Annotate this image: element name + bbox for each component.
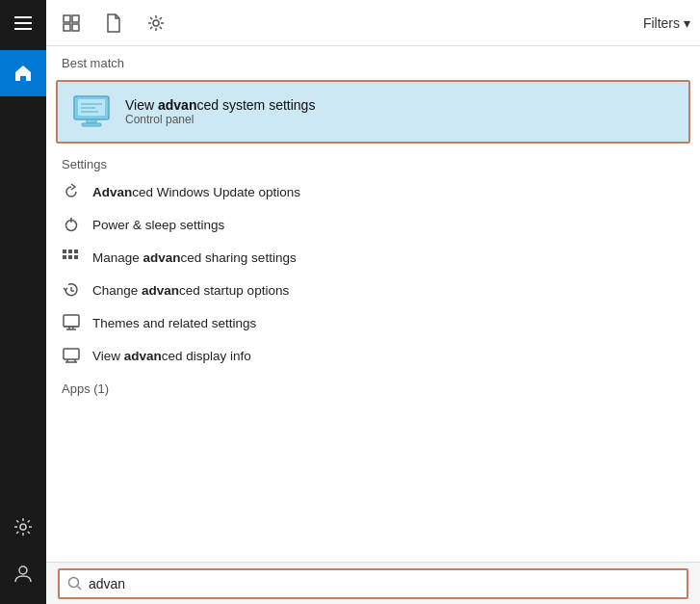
list-item[interactable]: Advanced Windows Update options <box>46 175 700 208</box>
best-match-title-bold: advan <box>158 97 196 113</box>
list-item[interactable]: View advanced display info <box>46 339 700 372</box>
best-match-text: View advanced system settings Control pa… <box>125 97 315 126</box>
svg-rect-8 <box>72 24 79 31</box>
power-icon <box>62 215 81 234</box>
best-match-item[interactable]: View advanced system settings Control pa… <box>56 80 690 144</box>
svg-rect-6 <box>72 15 79 22</box>
svg-point-3 <box>20 524 26 530</box>
svg-rect-22 <box>68 255 72 259</box>
svg-point-9 <box>153 20 159 26</box>
list-item[interactable]: Manage advanced sharing settings <box>46 241 700 274</box>
svg-rect-7 <box>64 24 70 31</box>
apps-icon[interactable] <box>56 8 87 39</box>
setting-text: Advanced Windows Update options <box>92 185 300 199</box>
svg-point-36 <box>69 577 79 587</box>
gear-icon[interactable] <box>141 8 171 39</box>
list-item[interactable]: Themes and related settings <box>46 306 700 339</box>
svg-rect-1 <box>14 22 32 24</box>
monitor-icon <box>62 346 81 365</box>
svg-rect-0 <box>14 16 32 18</box>
search-icon <box>67 576 83 591</box>
main-panel: Filters ▾ Best match <box>46 0 700 604</box>
apps-section-label: Apps (1) <box>46 372 700 400</box>
filters-button[interactable]: Filters ▾ <box>643 15 690 31</box>
search-input-wrap <box>58 568 688 599</box>
svg-rect-21 <box>63 255 66 259</box>
best-match-title: View advanced system settings <box>125 97 315 113</box>
list-item[interactable]: Power & sleep settings <box>46 208 700 241</box>
svg-rect-24 <box>74 255 78 259</box>
hamburger-button[interactable] <box>0 0 46 46</box>
svg-line-37 <box>78 586 82 590</box>
svg-rect-23 <box>74 249 78 253</box>
user-button[interactable] <box>0 550 46 596</box>
home-button[interactable] <box>0 50 46 96</box>
svg-rect-19 <box>63 249 66 253</box>
control-panel-icon <box>71 92 112 132</box>
svg-point-4 <box>19 566 27 574</box>
toolbar: Filters ▾ <box>46 0 700 46</box>
results-panel: Best match <box>46 46 700 562</box>
list-item[interactable]: Change advanced startup options <box>46 274 700 306</box>
best-match-label: Best match <box>46 46 700 76</box>
sidebar <box>0 0 46 604</box>
svg-rect-20 <box>68 249 72 253</box>
settings-button[interactable] <box>0 504 46 550</box>
document-icon[interactable] <box>98 8 129 39</box>
svg-rect-12 <box>87 119 96 123</box>
setting-text: Change advanced startup options <box>92 283 289 298</box>
svg-rect-2 <box>14 28 32 30</box>
search-input[interactable] <box>89 576 679 591</box>
history-icon <box>62 280 81 300</box>
settings-section-label: Settings <box>46 147 700 175</box>
best-match-title-post: ced system settings <box>196 97 315 113</box>
filters-label: Filters <box>643 15 680 31</box>
setting-text: View advanced display info <box>92 349 251 363</box>
chevron-down-icon: ▾ <box>684 15 690 31</box>
best-match-title-pre: View <box>125 97 158 113</box>
svg-rect-32 <box>64 349 79 359</box>
share-icon <box>62 248 81 267</box>
setting-text: Manage advanced sharing settings <box>92 250 297 265</box>
setting-text: Power & sleep settings <box>92 218 224 232</box>
themes-icon <box>62 313 81 332</box>
setting-text: Themes and related settings <box>92 316 256 330</box>
svg-rect-13 <box>82 123 101 126</box>
best-match-subtitle: Control panel <box>125 113 315 126</box>
svg-rect-5 <box>64 15 70 22</box>
refresh-icon <box>62 182 81 201</box>
search-bar <box>46 562 700 604</box>
svg-rect-27 <box>64 315 79 327</box>
